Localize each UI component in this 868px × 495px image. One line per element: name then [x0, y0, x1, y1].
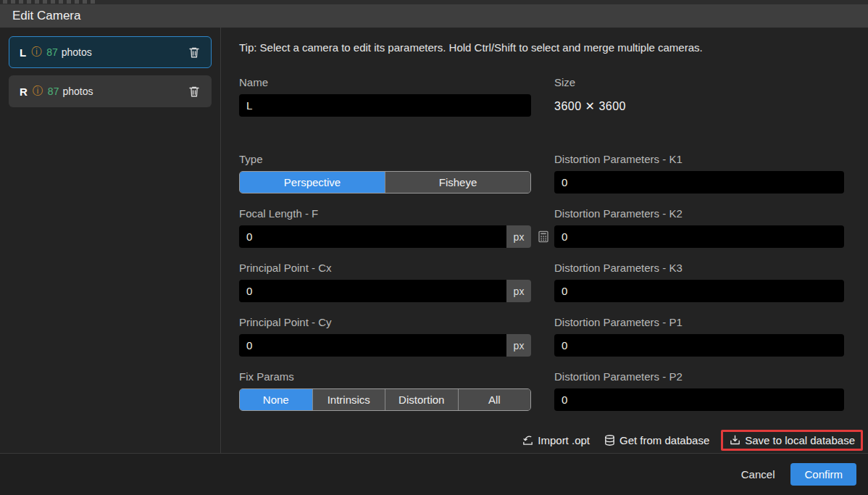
photo-count-label: photos: [62, 86, 93, 97]
photo-count: 87: [48, 86, 59, 97]
fix-params-label: Fix Params: [239, 370, 531, 383]
dialog-content: L ⓘ 87 photos R ⓘ 87 photos Tip: Select …: [0, 28, 868, 453]
fix-params-option-all[interactable]: All: [458, 389, 531, 410]
clipped-background-text: [3, 0, 97, 4]
principal-point-cx-group: Principal Point - Cx px: [239, 262, 531, 302]
distortion-k3-label: Distortion Parameters - K3: [554, 262, 844, 274]
dialog-title: Edit Camera: [12, 9, 80, 23]
red-highlight-box: Save to local database: [721, 430, 863, 451]
distortion-p1-group: Distortion Parameters - P1: [554, 316, 844, 357]
distortion-p2-input[interactable]: [554, 388, 844, 411]
px-unit-badge: px: [506, 225, 531, 248]
distortion-k1-group: Distortion Parameters - K1: [554, 153, 844, 194]
import-opt-link[interactable]: Import .opt: [522, 434, 590, 446]
focal-length-label: Focal Length - F: [239, 207, 531, 220]
dialog-footer: Cancel Confirm: [0, 453, 868, 495]
distortion-k2-label: Distortion Parameters - K2: [554, 207, 844, 220]
photo-count: 87: [46, 46, 58, 58]
confirm-button[interactable]: Confirm: [790, 463, 856, 486]
cancel-button[interactable]: Cancel: [741, 468, 775, 481]
import-opt-label: Import .opt: [538, 434, 590, 446]
size-label: Size: [554, 76, 844, 88]
trash-icon: [188, 85, 201, 98]
principal-point-cx-input[interactable]: [239, 280, 506, 302]
name-field-group: Name: [239, 76, 531, 117]
camera-list-item-r[interactable]: R ⓘ 87 photos: [9, 75, 212, 107]
fix-params-group: Fix Params None Intrinsics Distortion Al…: [239, 370, 531, 411]
delete-camera-button[interactable]: [188, 85, 201, 98]
dialog-titlebar: Edit Camera: [0, 4, 868, 28]
camera-form: Name Size 3600 ✕ 3600 Type Perspective F…: [239, 76, 844, 425]
save-to-local-database-link[interactable]: Save to local database: [729, 434, 855, 446]
distortion-k2-group: Distortion Parameters - K2: [554, 207, 844, 248]
px-unit-badge: px: [506, 334, 531, 357]
camera-list-item-l[interactable]: L ⓘ 87 photos: [9, 36, 212, 68]
fix-params-option-none[interactable]: None: [240, 389, 312, 410]
save-to-local-database-label: Save to local database: [745, 434, 855, 446]
focal-length-group: Focal Length - F px: [239, 207, 531, 248]
get-from-database-label: Get from database: [619, 434, 709, 446]
get-from-database-link[interactable]: Get from database: [604, 434, 709, 446]
camera-name-label: R: [20, 86, 28, 98]
tip-text: Tip: Select a camera to edit its paramet…: [239, 41, 844, 54]
save-icon: [729, 434, 741, 446]
fix-params-option-distortion[interactable]: Distortion: [385, 389, 458, 410]
photo-count-label: photos: [62, 46, 92, 58]
camera-list-panel: L ⓘ 87 photos R ⓘ 87 photos: [0, 28, 221, 453]
database-icon: [604, 434, 616, 446]
info-icon[interactable]: ⓘ: [33, 85, 43, 98]
type-field-group: Type Perspective Fisheye: [239, 153, 531, 194]
size-value: 3600 ✕ 3600: [554, 94, 844, 113]
principal-point-cy-label: Principal Point - Cy: [239, 316, 531, 328]
database-actions-row: Import .opt Get from database Save to lo…: [239, 430, 863, 451]
camera-name-label: L: [20, 46, 26, 59]
fix-params-option-intrinsics[interactable]: Intrinsics: [312, 389, 385, 410]
name-input[interactable]: [239, 94, 531, 117]
px-unit-badge: px: [506, 280, 531, 302]
distortion-k1-input[interactable]: [554, 171, 844, 194]
type-segmented-control: Perspective Fisheye: [239, 171, 531, 194]
distortion-k3-input[interactable]: [554, 280, 844, 302]
principal-point-cx-label: Principal Point - Cx: [239, 262, 531, 274]
principal-point-cy-group: Principal Point - Cy px: [239, 316, 531, 357]
distortion-p1-input[interactable]: [554, 334, 844, 357]
info-icon[interactable]: ⓘ: [31, 46, 41, 59]
principal-point-cy-input[interactable]: [239, 334, 506, 357]
clipped-background-strip: [0, 0, 868, 4]
name-label: Name: [239, 76, 531, 88]
distortion-k1-label: Distortion Parameters - K1: [554, 153, 844, 165]
import-icon: [522, 434, 534, 446]
distortion-k3-group: Distortion Parameters - K3: [554, 262, 844, 302]
type-option-fisheye[interactable]: Fisheye: [385, 172, 530, 193]
edit-panel: Tip: Select a camera to edit its paramet…: [221, 28, 868, 453]
focal-length-input[interactable]: [239, 225, 506, 248]
distortion-p1-label: Distortion Parameters - P1: [554, 316, 844, 328]
calculator-icon[interactable]: [537, 230, 550, 244]
type-label: Type: [239, 153, 531, 165]
distortion-k2-input[interactable]: [554, 225, 844, 248]
fix-params-segmented-control: None Intrinsics Distortion All: [239, 388, 531, 411]
delete-camera-button[interactable]: [188, 46, 201, 59]
distortion-p2-group: Distortion Parameters - P2: [554, 370, 844, 411]
distortion-p2-label: Distortion Parameters - P2: [554, 370, 844, 383]
trash-icon: [188, 46, 201, 59]
size-field-group: Size 3600 ✕ 3600: [554, 76, 844, 117]
type-option-perspective[interactable]: Perspective: [240, 172, 385, 193]
